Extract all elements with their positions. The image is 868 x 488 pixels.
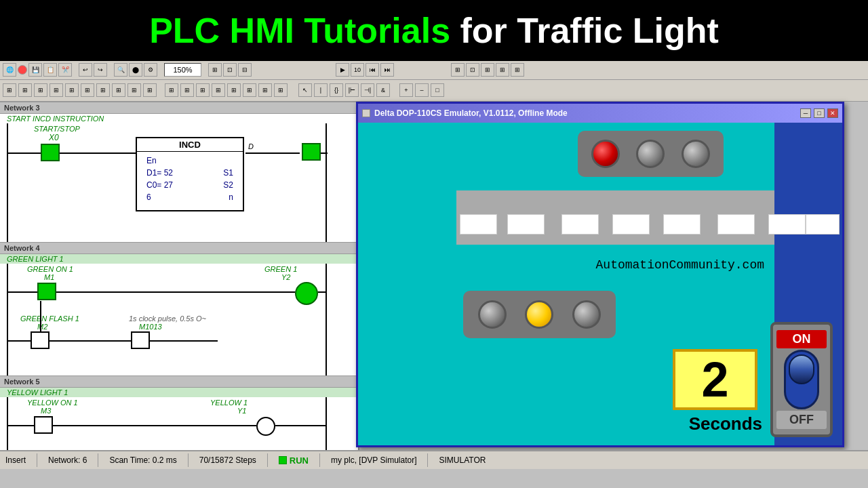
tb-btn-2[interactable] — [18, 65, 27, 75]
tb-r2-26[interactable]: – — [415, 83, 429, 97]
close-button[interactable]: ✕ — [827, 108, 838, 118]
tb-btn-13[interactable]: ⊟ — [238, 63, 252, 77]
tb-btn-12[interactable]: ⊡ — [223, 63, 237, 77]
run-label: RUN — [290, 455, 309, 466]
traffic-light-bottom — [463, 291, 616, 338]
tb-btn-19[interactable]: ⊡ — [466, 63, 479, 77]
incd-box: INCD En D1= 52 S1 C0= 27 S2 — [136, 137, 244, 211]
tb-r2-6[interactable]: ⊞ — [81, 83, 94, 97]
light-gray-bot-1 — [478, 300, 507, 329]
tb-r2-21[interactable]: {} — [330, 83, 343, 97]
lane-box-6 — [717, 214, 755, 235]
left-panel: Network 3 START INCD INSTRUCTION START/S… — [0, 102, 359, 469]
light-yellow-bot — [525, 300, 553, 329]
tb-r2-4[interactable]: ⊞ — [50, 83, 63, 97]
status-network: Network: 6 — [48, 455, 87, 465]
tb-btn-20[interactable]: ⊞ — [481, 63, 494, 77]
run-dot — [279, 456, 287, 464]
tb-r2-10[interactable]: ⊞ — [143, 83, 157, 97]
network5-label-bar: YELLOW LIGHT 1 — [0, 388, 358, 397]
network3-header: Network 3 — [0, 102, 358, 114]
tb-r2-7[interactable]: ⊞ — [96, 83, 110, 97]
tb-btn-5[interactable]: ✂️ — [58, 63, 72, 77]
road-left-cyan — [358, 123, 456, 445]
tb-btn-16[interactable]: ⏮ — [366, 63, 379, 77]
label-green-flash1: GREEN FLASH 1 — [20, 314, 79, 323]
tb-btn-1[interactable]: 🌐 — [3, 63, 16, 77]
wire-incd-out — [245, 152, 300, 154]
tb-r2-23[interactable]: ⊣| — [361, 83, 374, 97]
light-gray-top-2 — [682, 140, 710, 168]
lane-box-3 — [561, 214, 599, 235]
tb-btn-4[interactable]: 📋 — [43, 63, 57, 77]
status-divider-6 — [427, 453, 428, 467]
switch-body[interactable] — [784, 350, 819, 409]
wire-x0-to-incd — [60, 152, 136, 154]
tb-r2-3[interactable]: ⊞ — [34, 83, 47, 97]
run-indicator: RUN — [279, 455, 309, 466]
tb-btn-15[interactable]: 10 — [351, 63, 364, 77]
label-m1: M1 — [44, 273, 54, 281]
tb-r2-16[interactable]: ⊞ — [243, 83, 256, 97]
tb-btn-18[interactable]: ⊞ — [451, 63, 465, 77]
tb-btn-21[interactable]: ⊞ — [496, 63, 509, 77]
title-banner: PLC HMI Tutorials for Traffic Light — [0, 0, 868, 61]
tb-r2-12[interactable]: ⊞ — [180, 83, 194, 97]
tb-btn-3[interactable]: 💾 — [28, 63, 42, 77]
tb-r2-22[interactable]: |⊢ — [345, 83, 359, 97]
lane-box-8 — [806, 214, 840, 235]
contact-label-startstop: START/STOP — [34, 125, 80, 133]
tb-r2-15[interactable]: ⊞ — [227, 83, 241, 97]
tb-r2-20[interactable]: | — [314, 83, 328, 97]
minimize-button[interactable]: ─ — [800, 108, 811, 118]
switch-panel[interactable]: ON OFF — [770, 322, 833, 437]
wire-r2-3 — [150, 340, 218, 342]
label-y2: Y2 — [281, 273, 290, 281]
tb-r2-24[interactable]: & — [376, 83, 390, 97]
incd-d-label: D — [248, 142, 254, 150]
tb-r2-8[interactable]: ⊞ — [112, 83, 125, 97]
tb-btn-7[interactable]: ↪ — [94, 63, 107, 77]
lane-box-4 — [612, 214, 650, 235]
maximize-button[interactable]: □ — [814, 108, 825, 118]
tb-r2-27[interactable]: □ — [431, 83, 444, 97]
wire-n5-1 — [7, 425, 34, 426]
hmi-titlebar: Delta DOP-110CS Emulator, V1.0112, Offli… — [358, 104, 842, 123]
automation-text: AutomationCommunity.com — [596, 258, 764, 272]
contact-m2 — [31, 331, 50, 349]
tb-r2-19[interactable]: ↖ — [298, 83, 312, 97]
tb-r2-18[interactable]: ⊞ — [274, 83, 288, 97]
tb-btn-6[interactable]: ↩ — [79, 63, 92, 77]
zoom-input[interactable]: 150% — [164, 63, 201, 77]
tb-r2-9[interactable]: ⊞ — [127, 83, 141, 97]
tb-r2-14[interactable]: ⊞ — [212, 83, 225, 97]
hmi-title: Delta DOP-110CS Emulator, V1.0112, Offli… — [374, 108, 568, 118]
label-m1013: M1013 — [139, 323, 162, 331]
tb-r2-13[interactable]: ⊞ — [196, 83, 210, 97]
ladder-scroll[interactable]: Network 3 START INCD INSTRUCTION START/S… — [0, 102, 358, 469]
light-gray-top-1 — [636, 140, 665, 168]
tb-btn-9[interactable]: ⬤ — [129, 63, 142, 77]
tb-r2-25[interactable]: + — [399, 83, 413, 97]
tb-r2-1[interactable]: ⊞ — [3, 83, 16, 97]
timer-display: 2 — [673, 349, 757, 410]
tb-btn-11[interactable]: ⊞ — [208, 63, 222, 77]
status-scan-time: Scan Time: 0.2 ms — [109, 455, 176, 465]
main-content: Network 3 START INCD INSTRUCTION START/S… — [0, 102, 868, 469]
toolbar-area: 🌐 💾 📋 ✂️ ↩ ↪ 🔍 ⬤ ⚙ 150% ⊞ ⊡ ⊟ ▶ 10 ⏮ ⏭ ⊞… — [0, 61, 868, 102]
tb-r2-17[interactable]: ⊞ — [258, 83, 272, 97]
tb-btn-8[interactable]: 🔍 — [114, 63, 127, 77]
wire-coil-rail — [321, 152, 328, 154]
tb-btn-17[interactable]: ⏭ — [380, 63, 394, 77]
tb-btn-14[interactable]: ▶ — [336, 63, 349, 77]
tb-btn-10[interactable]: ⚙ — [144, 63, 157, 77]
tb-r2-2[interactable]: ⊞ — [18, 83, 32, 97]
label-m2: M2 — [37, 323, 47, 331]
status-divider-1 — [37, 453, 37, 467]
wire-r1-2 — [56, 291, 295, 293]
status-plc-name: my plc, [DVP Simulator] — [331, 455, 416, 465]
hmi-panel: Delta DOP-110CS Emulator, V1.0112, Offli… — [356, 102, 844, 447]
tb-r2-11[interactable]: ⊞ — [165, 83, 178, 97]
tb-btn-22[interactable]: ⊞ — [511, 63, 524, 77]
tb-r2-5[interactable]: ⊞ — [65, 83, 79, 97]
